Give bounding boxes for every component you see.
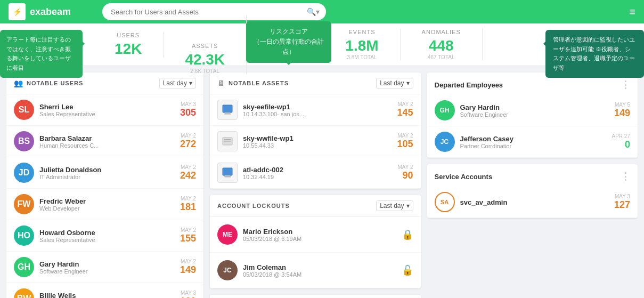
notable-assets-filter[interactable]: Last day ▾ [376,78,413,88]
stat-anomalies-label: ANOMALIES [422,29,461,35]
svg-rect-7 [225,175,230,176]
user-info: Gary Hardin Software Engineer [39,260,175,275]
user-row[interactable]: JC Jefferson Casey Partner Corrdinatior … [427,126,638,158]
stats-bar: アラート毎に注目するのではなく、注意すべき振る舞いをしているユーザに着目 USE… [0,23,644,66]
stat-assets-value: 42.3K [185,51,225,68]
stats-wrapper: アラート毎に注目するのではなく、注意すべき振る舞いをしているユーザに着目 USE… [0,23,644,66]
departed-employees-list: GH Gary Hardin Software Engineer MAY 5 1… [427,95,638,158]
user-score-area: MAY 2 242 [180,164,196,181]
svg-rect-2 [224,114,231,115]
executive-users-header: Executive Users ⋮ [210,295,421,298]
chevron-down-icon: ▾ [406,202,410,210]
user-row[interactable]: HO Howard Osborne Sales Representative M… [6,220,203,252]
lockout-row[interactable]: JC Jim Coleman 05/03/2018 @ 3:54AM 🔓 [210,253,421,288]
stat-users: USERS 12K [93,32,164,58]
user-info: Barbara Salazar Human Resources C... [39,134,175,149]
avatar: FW [14,194,34,214]
logo-area: ⚡ exabeam [9,3,94,20]
lockout-row[interactable]: ME Mario Erickson 05/03/2018 @ 6:19AM 🔒 [210,217,421,253]
user-score-area: MAY 3 127 [614,194,630,211]
avatar: SA [435,192,455,212]
user-row[interactable]: GH Gary Hardin Software Engineer MAY 5 1… [427,95,638,126]
asset-info: sky-eefile-wp1 10.14.33.100- san jos... [243,103,392,117]
user-score-area: MAY 3 129 [180,290,196,298]
asset-row[interactable]: atl-addc-002 10.32.44.19 MAY 2 90 [210,157,421,189]
main-content: 👥 NOTABLE USERS Last day ▾ SL Sherri Lee… [0,66,644,298]
panel-menu[interactable]: ⋮ [621,79,630,91]
notable-assets-list: sky-eefile-wp1 10.14.33.100- san jos... … [210,94,421,189]
avatar: SL [14,100,34,120]
user-info: Fredric Weber Web Developer [39,197,175,212]
asset-score-area: MAY 2 105 [397,133,413,150]
user-score-area: MAY 2 149 [180,259,196,276]
logo-icon: ⚡ [9,3,26,20]
search-icon: 🔍▾ [307,7,320,16]
lockout-info: Mario Erickson 05/03/2018 @ 6:19AM [243,228,396,242]
user-score-area: MAY 3 305 [180,101,196,118]
avatar: BS [14,131,34,151]
asset-icon [217,100,238,120]
stat-assets-label: ASSETS [192,43,218,49]
stat-users-value: 12K [115,41,142,58]
user-row[interactable]: JD Julietta Donaldson IT Administrator M… [6,157,203,189]
executive-users-panel: Executive Users ⋮ AB Andrew Bautista VP … [210,295,421,298]
user-score-area: MAY 5 149 [614,102,630,119]
user-score-area: MAY 2 155 [180,227,196,244]
hamburger-menu[interactable]: ≡ [629,6,635,18]
notable-assets-panel: 🖥 NOTABLE ASSETS Last day ▾ sky-eefile-w… [210,73,421,189]
tooltip-middle: リスクスコア （一日の異常行動の合計点） [246,21,331,63]
account-lockouts-filter[interactable]: Last day ▾ [376,200,413,211]
departed-employees-panel: Departed Employees ⋮ GH Gary Hardin Soft… [427,73,638,158]
lock-icon: 🔓 [402,264,413,276]
right-column: Departed Employees ⋮ GH Gary Hardin Soft… [427,73,638,298]
service-accounts-panel: Service Accounts ⋮ SA svc_av_admin MAY 3… [427,164,638,218]
notable-users-panel: 👥 NOTABLE USERS Last day ▾ SL Sherri Lee… [6,73,203,298]
stat-events-value: 1.8M [345,37,378,54]
svg-rect-4 [224,139,231,140]
tooltip-left: アラート毎に注目するのではなく、注意すべき振る舞いをしているユーザに着目 [0,30,83,78]
user-score-area: APR 27 0 [612,133,630,150]
header: ⚡ exabeam 🔍▾ ≡ [0,0,644,23]
svg-rect-5 [224,141,231,142]
asset-info: sky-wwfile-wp1 10.55.44.33 [243,134,392,149]
stat-events: EVENTS 1.8M 3.8M TOTAL [324,29,400,60]
user-info: Sherri Lee Sales Representative [39,103,175,117]
user-info: Julietta Donaldson IT Administrator [39,166,175,180]
panel-menu[interactable]: ⋮ [621,171,630,182]
avatar: GH [14,257,34,277]
svg-rect-1 [225,112,230,114]
avatar: JC [435,132,455,152]
service-accounts-header: Service Accounts ⋮ [427,164,638,187]
user-score-area: MAY 2 272 [180,133,196,150]
user-row[interactable]: BS Barbara Salazar Human Resources C... … [6,126,203,157]
user-row[interactable]: GH Gary Hardin Software Engineer MAY 2 1… [6,252,203,283]
notable-users-title: 👥 NOTABLE USERS [14,79,83,87]
stat-assets-sub: 2.6K TOTAL [190,68,219,74]
asset-info: atl-addc-002 10.32.44.19 [243,166,392,180]
avatar: ME [217,224,238,245]
service-accounts-list: SA svc_av_admin MAY 3 127 [427,187,638,218]
user-info: Howard Osborne Sales Representative [39,229,175,243]
asset-score-area: MAY 2 90 [397,164,413,181]
asset-row[interactable]: sky-eefile-wp1 10.14.33.100- san jos... … [210,94,421,126]
notable-assets-header: 🖥 NOTABLE ASSETS Last day ▾ [210,73,421,94]
asset-row[interactable]: sky-wwfile-wp1 10.55.44.33 MAY 2 105 [210,126,421,157]
avatar: BW [14,288,34,298]
user-row[interactable]: BW Billie Wells Civil Engineer MAY 3 129 [6,283,203,298]
user-row[interactable]: SA svc_av_admin MAY 3 127 [427,187,638,218]
avatar: JC [217,260,238,280]
chevron-down-icon: ▾ [406,79,410,87]
user-row[interactable]: FW Fredric Weber Web Developer MAY 2 181 [6,189,203,220]
user-row[interactable]: SL Sherri Lee Sales Representative MAY 3… [6,94,203,126]
stat-anomalies: ANOMALIES 448 467 TOTAL [401,29,483,60]
tooltip-right: 管理者が意図的に監視したいユーザを追加可能 ※役職者、システム管理者、退職予定の… [545,30,644,78]
middle-column: 🖥 NOTABLE ASSETS Last day ▾ sky-eefile-w… [210,73,421,298]
notable-users-filter[interactable]: Last day ▾ [159,78,196,88]
svg-rect-8 [224,176,231,178]
avatar: GH [435,100,455,120]
stat-users-label: USERS [117,32,140,38]
stat-events-sub: 3.8M TOTAL [347,54,377,60]
user-info: Billie Wells Civil Engineer [39,292,175,299]
stat-anomalies-sub: 467 TOTAL [428,54,455,60]
avatar: HO [14,225,34,246]
